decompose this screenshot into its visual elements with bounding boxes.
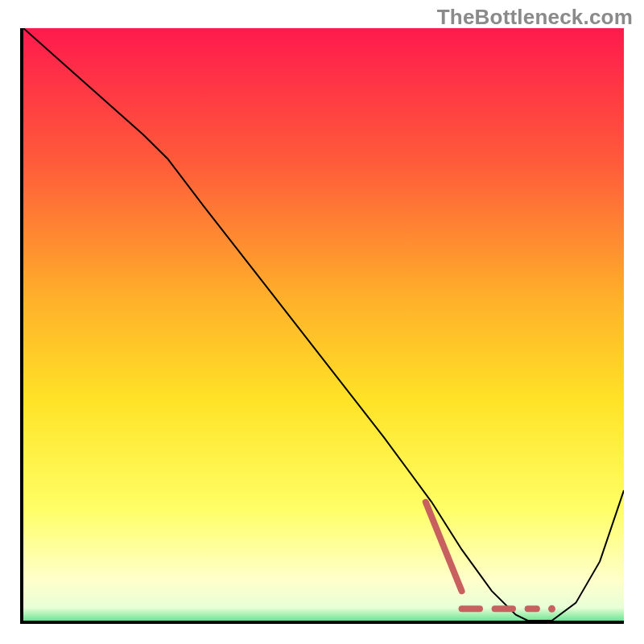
watermark-text: TheBottleneck.com <box>437 5 633 30</box>
optimal-zone-dot <box>548 605 555 613</box>
curve-layer <box>23 28 624 621</box>
chart-root: { "watermark": "TheBottleneck.com", "cha… <box>0 0 644 644</box>
bottleneck-curve <box>23 28 624 621</box>
optimal-zone-segment <box>426 502 462 591</box>
plot-area <box>20 28 624 624</box>
